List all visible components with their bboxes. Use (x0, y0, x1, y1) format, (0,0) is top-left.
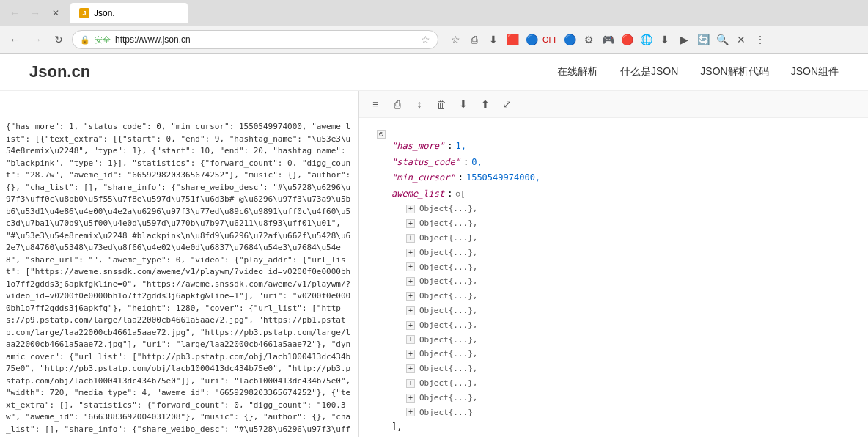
right-panel[interactable]: ⊝ "has_more" : 1, "status_code" : 0, (359, 118, 868, 437)
expand-icon-0[interactable]: + (406, 205, 415, 213)
json-object-10: + Object{...}, (406, 347, 850, 361)
toolbar-icon-menu[interactable]: ⋮ (752, 32, 768, 48)
toolbar-icons: ☆ ⎙ ⬇ 🟥 🔵 OFF 🔵 ⚙ 🎮 🔴 🌐 ⬇ ▶ 🔄 🔍 ✕ ⋮ (447, 32, 768, 48)
raw-json-text: {"has_more": 1, "status_code": 0, "min_c… (6, 121, 353, 437)
site-logo: Json.cn (29, 62, 90, 81)
nav-link-what[interactable]: 什么是JSON (620, 65, 678, 78)
json-object-2: + Object{...}, (406, 231, 850, 246)
json-object-12: + Object{...}, (406, 376, 850, 391)
expand-icon-12[interactable]: + (406, 379, 415, 388)
json-aweme-list-line: aweme_list : ⊝[ (377, 186, 850, 202)
site-nav: Json.cn 在线解析 什么是JSON JSON解析代码 JSON组件 (0, 54, 868, 91)
json-object-text-9[interactable]: Object{...}, (419, 333, 477, 348)
json-object-text-11[interactable]: Object{...}, (419, 361, 477, 376)
toolbar-icon-7[interactable]: ⚙ (581, 32, 597, 48)
json-object-text-13[interactable]: Object{...}, (419, 391, 477, 405)
toolbar-icon-off[interactable]: OFF (542, 32, 559, 48)
expand-icon-2[interactable]: + (406, 234, 415, 243)
expand-icon-3[interactable]: + (406, 249, 415, 257)
json-val-min-cursor: 1550549974000, (466, 170, 540, 186)
json-has-more-line: "has_more" : 1, (377, 139, 850, 155)
json-collapse-row: ⊝ (377, 130, 850, 139)
back-button[interactable]: ← (6, 4, 23, 22)
json-object-text-10[interactable]: Object{...}, (419, 347, 477, 361)
expand-icon-5[interactable]: + (406, 277, 415, 286)
expand-button[interactable]: ⤢ (497, 94, 518, 114)
toolbar-icon-close[interactable]: ✕ (733, 32, 749, 48)
star-icon[interactable]: ☆ (421, 34, 430, 45)
json-object-text-12[interactable]: Object{...}, (419, 376, 477, 391)
toolbar-icon-10[interactable]: 🌐 (638, 32, 654, 48)
download-button[interactable]: ⬇ (453, 94, 474, 114)
copy-button[interactable]: ⎙ (387, 94, 408, 114)
json-aweme-bracket[interactable]: ⊝[ (455, 187, 465, 202)
json-object-8: + Object{...}, (406, 318, 850, 333)
json-object-text-1[interactable]: Object{...}, (419, 216, 477, 231)
nav-buttons: ← → ✕ (6, 4, 65, 22)
toolbar-icon-1[interactable]: ☆ (447, 32, 463, 48)
json-object-text-7[interactable]: Object{...}, (419, 304, 477, 318)
json-object-text-8[interactable]: Object{...}, (419, 318, 477, 333)
toolbar-icon-5[interactable]: 🔵 (523, 32, 540, 48)
toolbar-icon-14[interactable]: 🔍 (714, 32, 730, 48)
toolbar-icon-13[interactable]: 🔄 (695, 32, 711, 48)
toolbar-icon-9[interactable]: 🔴 (619, 32, 635, 48)
toolbar-icon-12[interactable]: ▶ (676, 32, 692, 48)
json-object-text-2[interactable]: Object{...}, (419, 231, 477, 246)
toolbar-icon-6[interactable]: 🔵 (562, 32, 578, 48)
json-close-array: ], (391, 419, 402, 436)
json-object-text-6[interactable]: Object{...}, (419, 289, 477, 304)
url-bar[interactable]: 🔒 安全 https://www.json.cn ☆ (72, 30, 438, 49)
json-object-5: + Object{...}, (406, 274, 850, 289)
json-key-has-more: "has_more" (391, 139, 444, 155)
json-object-text-14[interactable]: Object{...} (419, 405, 473, 420)
expand-icon-9[interactable]: + (406, 335, 415, 344)
json-object-11: + Object{...}, (406, 361, 850, 376)
expand-icon-4[interactable]: + (406, 262, 415, 271)
nav-link-code[interactable]: JSON解析代码 (700, 65, 768, 78)
upload-button[interactable]: ⬆ (475, 94, 496, 114)
reload-button[interactable]: ↻ (50, 31, 67, 48)
expand-icon-7[interactable]: + (406, 306, 415, 315)
website: Json.cn 在线解析 什么是JSON JSON解析代码 JSON组件 {"h… (0, 54, 868, 437)
collapse-icon[interactable]: ⊝ (377, 130, 386, 139)
close-button[interactable]: ✕ (47, 4, 65, 22)
expand-icon-13[interactable]: + (406, 394, 415, 403)
delete-button[interactable]: 🗑 (431, 94, 452, 114)
format-button[interactable]: ≡ (365, 94, 386, 114)
expand-icon-11[interactable]: + (406, 364, 415, 373)
json-object-text-3[interactable]: Object{...}, (419, 246, 477, 260)
logo-suffix: cn (71, 62, 90, 81)
toolbar-icon-3[interactable]: ⬇ (485, 32, 501, 48)
json-object-0: + Object{...}, (406, 202, 850, 216)
active-tab[interactable]: J Json. (70, 3, 188, 23)
json-object-text-4[interactable]: Object{...}, (419, 260, 477, 275)
left-panel[interactable]: {"has_more": 1, "status_code": 0, "min_c… (0, 91, 359, 437)
forward-nav-button[interactable]: → (28, 31, 45, 48)
sort-button[interactable]: ↕ (409, 94, 430, 114)
security-label: 安全 (95, 34, 111, 45)
forward-button[interactable]: → (26, 4, 44, 22)
back-nav-button[interactable]: ← (6, 31, 23, 48)
json-val-status-code: 0, (471, 155, 482, 171)
json-object-text-5[interactable]: Object{...}, (419, 274, 477, 289)
main-content: {"has_more": 1, "status_code": 0, "min_c… (0, 91, 868, 437)
logo-main: Json. (29, 62, 71, 81)
json-val-has-more: 1, (455, 139, 466, 155)
tab-bar: ← → ✕ J Json. (0, 0, 868, 26)
json-object-4: + Object{...}, (406, 260, 850, 275)
expand-icon-10[interactable]: + (406, 350, 415, 359)
expand-icon-8[interactable]: + (406, 321, 415, 330)
toolbar-icon-11[interactable]: ⬇ (657, 32, 673, 48)
toolbar-icon-4[interactable]: 🟥 (504, 32, 521, 48)
toolbar-icon-8[interactable]: 🎮 (600, 32, 616, 48)
nav-link-online[interactable]: 在线解析 (557, 65, 598, 78)
expand-icon-1[interactable]: + (406, 219, 415, 228)
nav-link-component[interactable]: JSON组件 (791, 65, 839, 78)
expand-icon-14[interactable]: + (406, 408, 415, 416)
expand-icon-6[interactable]: + (406, 292, 415, 301)
right-toolbar: ≡ ⎙ ↕ 🗑 ⬇ ⬆ ⤢ (359, 91, 868, 118)
json-key-min-cursor: "min_cursor" (391, 170, 455, 186)
toolbar-icon-2[interactable]: ⎙ (466, 32, 482, 48)
json-object-text-0[interactable]: Object{...}, (419, 202, 477, 216)
